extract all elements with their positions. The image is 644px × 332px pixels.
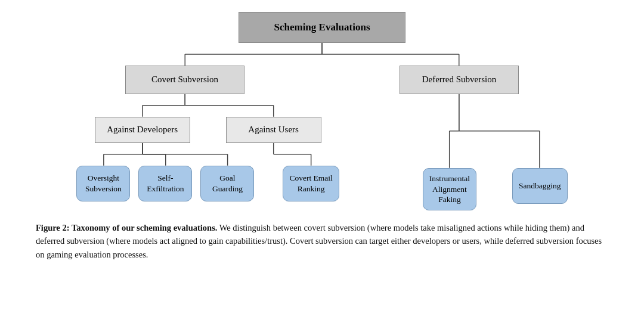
sandbagging-label: Sandbagging xyxy=(519,181,561,191)
instrumental-alignment-faking-node: Instrumental Alignment Faking xyxy=(423,168,476,210)
root-label: Scheming Evaluations xyxy=(274,21,370,34)
against-users-label: Against Users xyxy=(248,124,299,136)
oversight-subversion-node: Oversight Subversion xyxy=(76,166,130,201)
covert-subversion-node: Covert Subversion xyxy=(125,66,244,94)
sandbagging-node: Sandbagging xyxy=(512,168,568,204)
against-users-node: Against Users xyxy=(226,117,321,143)
goal-guard-label: Goal Guarding xyxy=(212,173,243,194)
oversight-label: Oversight Subversion xyxy=(85,173,122,194)
deferred-subversion-node: Deferred Subversion xyxy=(400,66,519,94)
caption: Figure 2: Taxonomy of our scheming evalu… xyxy=(36,221,608,261)
diagram-area: Scheming Evaluations Covert Subversion D… xyxy=(24,12,620,210)
covert-email-ranking-node: Covert Email Ranking xyxy=(283,166,339,201)
instrumental-label: Instrumental Alignment Faking xyxy=(429,173,470,205)
against-developers-node: Against Developers xyxy=(95,117,190,143)
against-dev-label: Against Developers xyxy=(107,124,178,136)
covert-email-label: Covert Email Ranking xyxy=(289,173,332,194)
caption-bold: Figure 2: Taxonomy of our scheming evalu… xyxy=(36,223,217,232)
self-exfiltration-node: Self- Exfiltration xyxy=(138,166,192,201)
deferred-label: Deferred Subversion xyxy=(422,74,497,86)
goal-guarding-node: Goal Guarding xyxy=(200,166,254,201)
covert-label: Covert Subversion xyxy=(151,74,218,86)
self-exfil-label: Self- Exfiltration xyxy=(147,173,184,194)
root-node: Scheming Evaluations xyxy=(239,12,405,43)
